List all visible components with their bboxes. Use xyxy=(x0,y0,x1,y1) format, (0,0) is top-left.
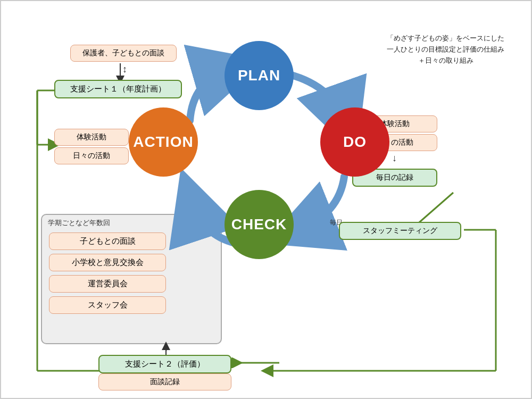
box-staff-meeting: スタッフミーティング xyxy=(339,222,461,240)
circle-check: CHECK xyxy=(225,190,294,259)
circle-do: DO xyxy=(320,107,389,177)
circle-action: ACTION xyxy=(129,107,198,177)
box-taiken-left: 体験活動 xyxy=(54,129,129,146)
circle-plan: PLAN xyxy=(225,41,294,110)
box-shien1: 支援シート１（年度計画） xyxy=(54,80,182,98)
box-kodomo-mendan: 子どもとの面談 xyxy=(49,232,166,250)
box-shogakko: 小学校と意見交換会 xyxy=(49,254,166,271)
box-mendan-top: 保護者、子どもとの面談 xyxy=(70,45,177,62)
label-gakki: 学期ごとなど年数回 xyxy=(48,218,110,228)
box-shien2: 支援シート２（評価） xyxy=(98,355,231,373)
box-unei: 運営委員会 xyxy=(49,275,166,293)
arrow-vertical: ↕ xyxy=(122,64,127,75)
arrow-down-right: ↓ xyxy=(392,153,397,164)
box-nichijo-left: 日々の活動 xyxy=(54,147,129,164)
annotation: 「めざす子どもの姿」をベースにした 一人ひとりの目標設定と評価の仕組み ＋日々の… xyxy=(387,33,504,66)
box-staff-kai: スタッフ会 xyxy=(49,296,166,314)
arrow-shien2-left xyxy=(231,358,285,368)
main-container: 「めざす子どもの姿」をベースにした 一人ひとりの目標設定と評価の仕組み ＋日々の… xyxy=(0,0,532,399)
box-mendan-kiroku: 面談記録 xyxy=(98,373,231,390)
arrow-up-shien2: ↑ xyxy=(164,342,169,353)
